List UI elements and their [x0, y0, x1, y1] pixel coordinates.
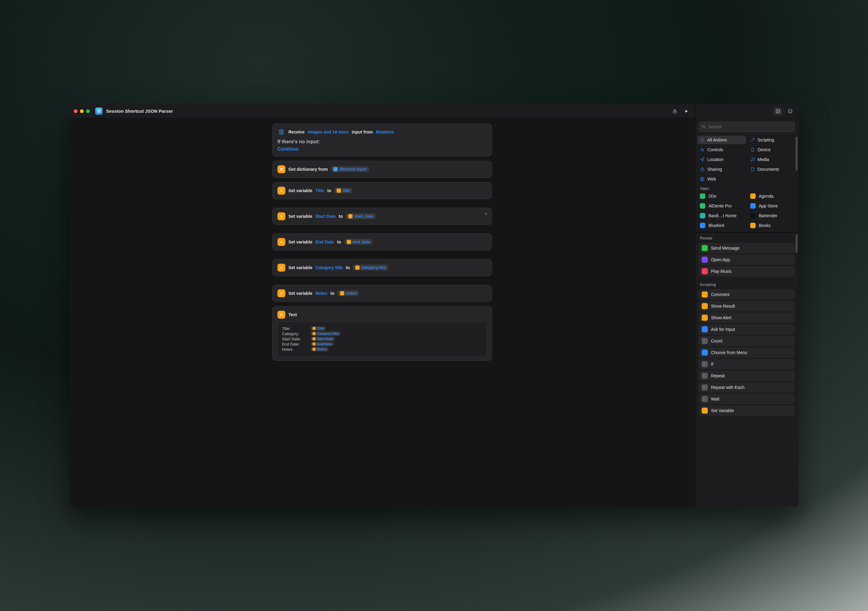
library-toggle-button[interactable]: [773, 107, 783, 115]
input-source-button[interactable]: Nowhere: [376, 129, 394, 134]
text-line-token[interactable]: Notes: [311, 347, 329, 351]
app-label: 2Do: [708, 194, 716, 199]
text-line-token-label: Notes: [317, 347, 327, 351]
variable-value-token[interactable]: start_date: [346, 213, 376, 219]
variable-value-token[interactable]: title: [334, 188, 352, 193]
pinned-action-send-message[interactable]: Send Message: [699, 243, 795, 253]
zoom-window-button[interactable]: [86, 109, 90, 113]
pinned-action-open-app[interactable]: Open App: [699, 255, 795, 265]
phone-icon: [750, 147, 755, 152]
app-bardi-t-home[interactable]: Bardi…t Home: [698, 211, 746, 220]
input-types-button[interactable]: Images and 18 more: [308, 129, 349, 134]
app-bartender[interactable]: Bartender: [748, 211, 796, 220]
text-line-token-label: Start Date: [317, 337, 333, 340]
scripting-action-comment[interactable]: Comment: [699, 289, 795, 300]
text-body-input[interactable]: Title:TitleCategory:Category titleStart …: [277, 322, 487, 356]
text-line-token[interactable]: Start Date: [311, 337, 335, 341]
magic-variable-chip-icon: [336, 188, 341, 193]
variable-name-button[interactable]: End Date: [316, 239, 334, 244]
scripting-action-count[interactable]: Count: [699, 336, 795, 346]
scripting-action-if[interactable]: If: [699, 359, 795, 369]
text-action[interactable]: Text Title:TitleCategory:Category titleS…: [272, 306, 492, 361]
category-device[interactable]: Device: [748, 145, 796, 154]
scripting-action-show-alert[interactable]: Show Alert: [699, 312, 795, 323]
action-label: Choose from Menu: [711, 350, 747, 355]
input-icon: [277, 128, 285, 136]
set-variable-label: Set variable: [288, 188, 313, 193]
sliders-icon: [700, 147, 705, 152]
category-controls[interactable]: Controls: [698, 145, 746, 154]
input-from-label: input from: [352, 129, 373, 134]
remove-action-button[interactable]: ✕: [483, 211, 489, 217]
category-scripting[interactable]: Scripting: [748, 136, 796, 144]
titlebar: Session Shortcut JSON Parser: [70, 104, 695, 118]
get-dictionary-label: Get dictionary from: [288, 167, 328, 172]
text-line-label: Category:: [282, 331, 308, 336]
category-sharing[interactable]: Sharing: [698, 165, 746, 174]
variable-name-button[interactable]: Start Date: [316, 214, 336, 219]
scrollbar-thumb[interactable]: [796, 234, 798, 253]
no-input-behavior-button[interactable]: Continue: [277, 146, 299, 152]
set-variable-action[interactable]: x Set variable End Date to end_date: [272, 233, 492, 250]
to-label: to: [337, 239, 341, 244]
category-documents[interactable]: Documents: [748, 165, 796, 174]
scripting-action-wait[interactable]: Wait: [699, 394, 795, 404]
close-window-button[interactable]: [74, 109, 78, 113]
app-bluebird[interactable]: Bluebird: [698, 221, 746, 230]
set-variable-action[interactable]: x Set variable Notes to notes: [272, 285, 492, 302]
app-agenda[interactable]: Agenda: [748, 192, 796, 201]
pinned-action-play-music[interactable]: Play Music: [699, 266, 795, 277]
text-line-token[interactable]: Category title: [311, 331, 340, 336]
action-label: Show Result: [711, 304, 735, 309]
library-search-input[interactable]: [699, 121, 795, 132]
shortcut-input-action[interactable]: Receive Images and 18 more input from No…: [272, 123, 492, 156]
library-actions-scroll[interactable]: Pinned Send MessageOpen AppPlay Music Sc…: [695, 233, 798, 507]
variable-value-token[interactable]: notes: [338, 290, 359, 296]
category-location[interactable]: Location: [698, 155, 746, 164]
app-2do[interactable]: 2Do: [698, 192, 746, 201]
text-line-token[interactable]: Title: [311, 326, 326, 331]
app-badge-icon: [750, 203, 756, 209]
app-aldente-pro[interactable]: AlDente Pro: [698, 202, 746, 210]
variable-name-button[interactable]: Notes: [316, 291, 327, 296]
set-variable-action[interactable]: x Set variable Category title to categor…: [272, 259, 492, 276]
variable-value-token[interactable]: end_date: [344, 239, 373, 245]
magic-variable-chip-icon: [313, 342, 316, 345]
app-app-store[interactable]: App Store: [748, 202, 796, 210]
editor-canvas[interactable]: Receive Images and 18 more input from No…: [70, 118, 695, 507]
app-books[interactable]: Books: [748, 221, 796, 230]
category-media[interactable]: Media: [748, 155, 796, 164]
info-button[interactable]: [786, 107, 795, 115]
variable-name-button[interactable]: Title: [316, 188, 324, 193]
variable-value-token[interactable]: category.title: [353, 264, 388, 271]
dictionary-source-token[interactable]: Shortcut Input: [331, 166, 369, 172]
get-dictionary-action[interactable]: Get dictionary from Shortcut Input: [272, 161, 492, 178]
category-web[interactable]: Web: [698, 175, 746, 183]
svg-rect-5: [280, 314, 283, 315]
scripting-action-choose-from-menu[interactable]: Choose from Menu: [699, 347, 795, 358]
category-all-actions[interactable]: All Actions: [698, 136, 746, 144]
magic-variable-chip-icon: [355, 266, 360, 270]
action-badge-icon: [702, 350, 708, 356]
text-line-token[interactable]: End Date: [311, 342, 333, 346]
scripting-header: Scripting: [698, 280, 796, 288]
text-icon: [277, 311, 285, 319]
scripting-action-set-variable[interactable]: Set Variable: [699, 406, 795, 416]
variable-name-button[interactable]: Category title: [316, 265, 343, 270]
set-variable-action[interactable]: x Set variable Title to title: [272, 182, 492, 199]
library-categories-scroll[interactable]: All ActionsScriptingControlsDeviceLocati…: [695, 135, 798, 233]
scripting-action-show-result[interactable]: Show Result: [699, 301, 795, 311]
minimize-window-button[interactable]: [80, 109, 84, 113]
share-button[interactable]: [671, 107, 679, 115]
run-button[interactable]: [682, 107, 690, 115]
scrollbar-thumb[interactable]: [796, 137, 798, 171]
text-line: Start Date:Start Date: [282, 337, 482, 341]
set-variable-label: Set variable: [288, 214, 313, 219]
category-label: Web: [707, 177, 716, 182]
scripting-action-repeat[interactable]: Repeat: [699, 370, 795, 381]
set-variable-action[interactable]: x Set variable Start Date to start_date …: [272, 208, 492, 225]
globe-icon: [700, 177, 705, 182]
scripting-action-ask-for-input[interactable]: Ask for Input: [699, 324, 795, 334]
scripting-action-repeat-with-each[interactable]: Repeat with Each: [699, 382, 795, 393]
category-label: All Actions: [707, 137, 727, 142]
